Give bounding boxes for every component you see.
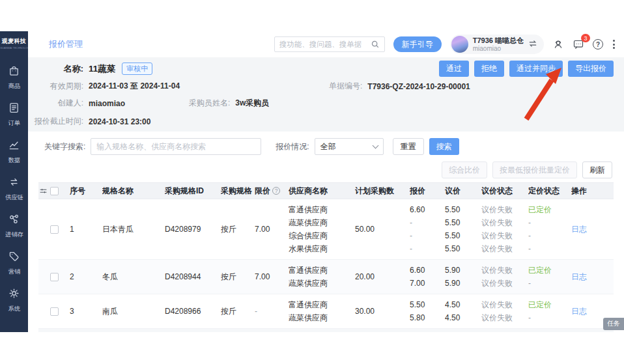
name-row: 名称: 11蔬菜 审核中 (28, 63, 152, 75)
price-status: - (528, 277, 569, 290)
gear-icon (8, 287, 20, 302)
header-spec-unit: 采购规格 (221, 186, 255, 197)
supplier-name: 综合供应商 (289, 229, 352, 242)
header-price-status: 定价状态 (528, 186, 571, 197)
log-link[interactable]: 日志 (571, 307, 587, 316)
quote-status-select[interactable]: 全部 (315, 138, 384, 155)
price-status-list: 已定价--- (528, 203, 571, 255)
limit-price: 7.00 (255, 225, 289, 234)
reset-button[interactable]: 重置 (393, 138, 424, 155)
task-tab[interactable]: 任务 (603, 318, 624, 330)
switch-account-icon[interactable] (528, 38, 537, 50)
sidebar-item-inventory[interactable]: 进销存 (0, 208, 28, 245)
select-all-checkbox[interactable] (50, 187, 59, 195)
support-icon[interactable] (552, 38, 564, 50)
row-checkbox-cell (50, 272, 70, 281)
price-status: - (528, 311, 569, 324)
supplier-name: 蔬菜供应商 (289, 277, 352, 290)
price-status: - (528, 229, 569, 242)
beginner-guide-button[interactable]: 新手引导 (393, 36, 442, 52)
spec-unit: 按斤 (221, 306, 255, 317)
bargain-status: 议价失败 (481, 203, 526, 216)
sidebar-item-label: 系统 (8, 305, 20, 313)
message-icon[interactable]: 3 (573, 38, 584, 50)
sidebar-item-marketing[interactable]: 营销 (0, 245, 28, 283)
log-link[interactable]: 日志 (571, 272, 587, 281)
quotation-summary: 名称: 11蔬菜 审核中 通过 拒绝 通过并同步 导出报价 有效周期: 2024… (28, 57, 624, 132)
header-plan-qty: 计划采购数 (355, 186, 410, 197)
bargain-value: 5.90 (445, 277, 479, 290)
operation-cell: 日志 (571, 272, 603, 283)
row-checkbox[interactable] (50, 273, 59, 281)
operation-cell: 日志 (571, 224, 603, 235)
log-link[interactable]: 日志 (571, 225, 587, 234)
spec-name: 日本青瓜 (102, 224, 165, 235)
search-icon[interactable] (371, 40, 380, 49)
spec-unit: 按斤 (221, 224, 255, 235)
batch-pricing-button[interactable]: 按最低报价批量定价 (492, 161, 577, 178)
sidebar-item-label: 营销 (8, 268, 20, 276)
row-checkbox[interactable] (50, 225, 59, 234)
keyword-label: 关键字搜索: (44, 141, 85, 152)
quotation-panel: 关键字搜索: 报价情况: 全部 重置 搜索 综合比价 按最低报价批量定价 刷新 (28, 132, 624, 332)
quote-value: - (410, 242, 442, 255)
quote-value: 6.60 (410, 203, 442, 216)
compare-button[interactable]: 综合比价 (442, 161, 487, 178)
column-settings-icon[interactable] (38, 186, 50, 195)
sidebar-item-data[interactable]: 数据 (0, 134, 28, 171)
price-status-list: 已定价- (528, 264, 571, 290)
more-icon[interactable] (612, 38, 616, 50)
bargain-value: 5.50 (445, 203, 479, 216)
supplier-list: 富通供应商蔬菜供应商 (289, 298, 355, 324)
spec-name: 南瓜 (102, 306, 165, 317)
table-toolbar: 综合比价 按最低报价批量定价 刷新 (28, 161, 624, 178)
sidebar: 观麦科技 GUANMAI TECHNOLOGY 商品 订单 数据 供应链 (0, 31, 28, 332)
app-window: 观麦科技 GUANMAI TECHNOLOGY 商品 订单 数据 供应链 (0, 31, 624, 332)
breadcrumb[interactable]: 报价管理 (49, 38, 83, 50)
row-checkbox-cell (50, 225, 70, 234)
quote-value: - (410, 216, 442, 229)
refresh-button[interactable]: 刷新 (582, 161, 612, 178)
field-period: 有效周期: 2024-11-03 至 2024-11-04 (28, 81, 180, 92)
org-name: T7936 喵喵总仓 (473, 36, 524, 45)
sidebar-item-label: 商品 (8, 82, 20, 91)
bargain-value: 5.50 (445, 229, 479, 242)
sidebar-item-label: 数据 (8, 156, 20, 165)
row-checkbox[interactable] (50, 307, 59, 316)
header-operation: 操作 (571, 186, 603, 197)
export-quotation-button[interactable]: 导出报价 (568, 61, 614, 77)
field-label: 采购员姓名: (189, 98, 230, 109)
field-label: 创建人: (28, 98, 83, 109)
sidebar-item-orders[interactable]: 订单 (0, 97, 28, 134)
sidebar-item-system[interactable]: 系统 (0, 283, 28, 320)
approve-sync-button[interactable]: 通过并同步 (509, 61, 563, 77)
table-body: 1日本青瓜D4208979按斤7.00富通供应商蔬菜供应商综合供应商水果供应商5… (38, 199, 614, 329)
help-icon[interactable]: ? (593, 39, 603, 49)
name-label: 名称: (28, 63, 83, 75)
supplier-name: 富通供应商 (289, 203, 352, 216)
plan-qty: 20.00 (355, 272, 410, 281)
sidebar-item-supply-chain[interactable]: 供应链 (0, 171, 28, 208)
bargain-status-list: 议价失败议价失败 (481, 298, 528, 324)
user-name: miaomiao (473, 45, 524, 53)
reject-button[interactable]: 拒绝 (474, 61, 504, 77)
approve-button[interactable]: 通过 (439, 61, 469, 77)
limit-price: 7.00 (255, 272, 289, 281)
user-chip[interactable]: T7936 喵喵总仓 miaomiao (450, 35, 544, 54)
bargain-status-list: 议价失败议价失败 (481, 264, 528, 290)
search-button[interactable]: 搜索 (429, 138, 459, 155)
plan-qty: 50.00 (355, 225, 410, 234)
header-spec-name: 规格名称 (102, 186, 165, 197)
global-search-input[interactable] (279, 40, 367, 48)
field-label: 单据编号: (329, 81, 362, 92)
avatar (451, 36, 468, 53)
bargain-value: 4.50 (445, 311, 479, 324)
quote-list: 6.607.00 (410, 264, 445, 290)
limit-help-icon[interactable]: ? (272, 187, 280, 195)
bargain-value: 4.50 (445, 298, 479, 311)
sidebar-item-goods[interactable]: 商品 (0, 60, 28, 97)
keyword-input[interactable] (91, 138, 261, 155)
quote-value: 7.00 (410, 277, 442, 290)
supplier-list: 富通供应商蔬菜供应商 (289, 264, 355, 290)
header-spec-id: 采购规格ID (165, 186, 221, 197)
